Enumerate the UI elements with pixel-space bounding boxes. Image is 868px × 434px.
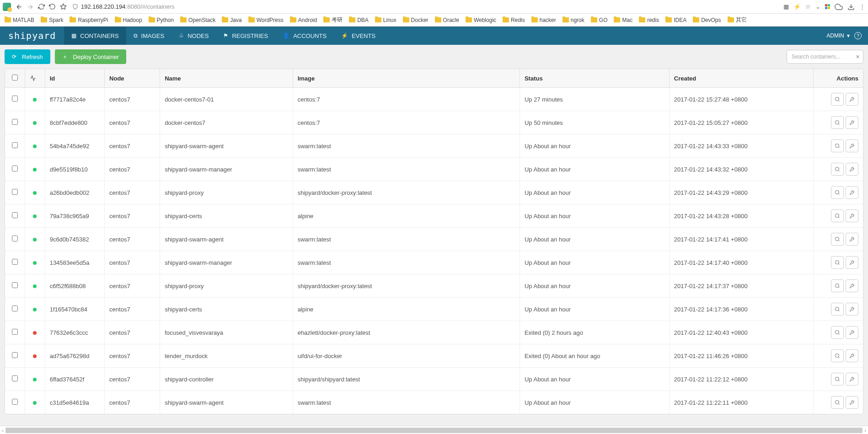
bookmark-item[interactable]: Spark	[41, 17, 63, 23]
bookmark-item[interactable]: Docker	[403, 17, 429, 23]
bookmark-item[interactable]: 其它	[728, 16, 747, 24]
nav-item-images[interactable]: ⧉IMAGES	[126, 27, 172, 45]
bookmark-item[interactable]: RaspberryPi	[70, 17, 108, 23]
inspect-button[interactable]	[831, 373, 844, 386]
actions-button[interactable]	[846, 373, 858, 386]
forward-icon[interactable]	[25, 1, 36, 12]
inspect-button[interactable]	[831, 209, 844, 222]
cell-name[interactable]: shipyard-certs	[160, 204, 293, 228]
bookmark-item[interactable]: Redis	[503, 17, 525, 23]
header-health-icon[interactable]	[25, 69, 45, 88]
bookmark-item[interactable]: IDEA	[665, 17, 686, 23]
cell-name[interactable]: shipyard-swarm-manager	[160, 158, 293, 181]
select-all-checkbox[interactable]	[12, 75, 18, 80]
clear-search-icon[interactable]: ✕	[856, 54, 860, 60]
header-image[interactable]: Image	[293, 69, 520, 88]
row-checkbox[interactable]	[12, 282, 18, 288]
inspect-button[interactable]	[831, 93, 844, 106]
row-checkbox[interactable]	[12, 119, 18, 125]
bookmark-item[interactable]: GO	[591, 17, 608, 23]
row-checkbox[interactable]	[12, 375, 18, 381]
actions-button[interactable]	[846, 233, 858, 246]
cell-name[interactable]: docker-centos7	[160, 111, 293, 134]
cell-name[interactable]: shipyard-swarm-manager	[160, 251, 293, 274]
cell-id[interactable]: a26bd0edb002	[45, 181, 104, 204]
bookmark-item[interactable]: hacker	[531, 17, 556, 23]
actions-button[interactable]	[846, 93, 858, 106]
cell-name[interactable]: focused_visvesvaraya	[160, 321, 293, 344]
actions-button[interactable]	[846, 349, 858, 362]
inspect-button[interactable]	[831, 116, 844, 129]
bookmark-item[interactable]: MATLAB	[5, 17, 34, 23]
cell-id[interactable]: c31d5e84619a	[45, 391, 104, 414]
cell-id[interactable]: 1f165470bc84	[45, 298, 104, 321]
bookmark-item[interactable]: Linux	[375, 17, 396, 23]
bookmark-item[interactable]: ngrok	[563, 17, 584, 23]
nav-item-accounts[interactable]: 👤ACCOUNTS	[275, 27, 334, 45]
flash-icon[interactable]: ⚡	[793, 3, 801, 10]
nav-item-nodes[interactable]: ♧NODES	[171, 27, 216, 45]
actions-button[interactable]	[846, 326, 858, 339]
row-checkbox[interactable]	[12, 352, 18, 358]
back-icon[interactable]	[14, 1, 25, 12]
bookmark-item[interactable]: Mac	[614, 17, 632, 23]
actions-button[interactable]	[846, 209, 858, 222]
cloud-icon[interactable]	[835, 3, 843, 11]
inspect-button[interactable]	[831, 163, 844, 176]
cell-id[interactable]: 8cbf7edde800	[45, 111, 104, 134]
cell-id[interactable]: 134583ee5d5a	[45, 251, 104, 274]
reload-icon[interactable]	[36, 1, 47, 12]
bookmark-item[interactable]: Android	[290, 17, 317, 23]
row-checkbox[interactable]	[12, 399, 18, 405]
row-checkbox[interactable]	[12, 166, 18, 171]
nav-item-containers[interactable]: ▦CONTAINERS	[64, 27, 126, 45]
row-checkbox[interactable]	[12, 236, 18, 241]
cell-name[interactable]: shipyard-swarm-agent	[160, 228, 293, 251]
row-checkbox[interactable]	[12, 259, 18, 265]
cell-id[interactable]: ff7717a82c4e	[45, 88, 104, 111]
bookmark-item[interactable]: redis	[639, 17, 659, 23]
star-icon[interactable]	[58, 1, 69, 12]
download-icon[interactable]	[847, 3, 855, 11]
qr-icon[interactable]: ▦	[783, 3, 789, 10]
menu-icon[interactable]: ⋮	[859, 3, 865, 10]
row-checkbox[interactable]	[12, 142, 18, 148]
nav-item-events[interactable]: ⚡EVENTS	[334, 27, 383, 45]
inspect-button[interactable]	[831, 233, 844, 246]
admin-menu[interactable]: ADMIN ▾	[826, 32, 850, 39]
actions-button[interactable]	[846, 256, 858, 269]
cell-id[interactable]: 9c6d0b745382	[45, 228, 104, 251]
address-bar[interactable]: 192.168.220.194:8080/#/containers	[72, 3, 780, 10]
cell-id[interactable]: 79a738c965a9	[45, 204, 104, 228]
bookmark-item[interactable]: WordPress	[248, 17, 284, 23]
cell-name[interactable]: shipyard-proxy	[160, 274, 293, 298]
cell-name[interactable]: shipyard-certs	[160, 298, 293, 321]
actions-button[interactable]	[846, 186, 858, 199]
inspect-button[interactable]	[831, 186, 844, 199]
bookmark-item[interactable]: Weblogic	[466, 17, 496, 23]
inspect-button[interactable]	[831, 279, 844, 292]
actions-button[interactable]	[846, 163, 858, 176]
bookmark-star-icon[interactable]: ☆	[805, 3, 811, 10]
stop-reload-icon[interactable]	[47, 1, 58, 12]
actions-button[interactable]	[846, 116, 858, 129]
row-checkbox[interactable]	[12, 305, 18, 311]
bookmark-item[interactable]: 考研	[323, 16, 343, 24]
cell-name[interactable]: shipyard-controller	[160, 368, 293, 391]
bookmark-item[interactable]: Hadoop	[115, 17, 142, 23]
bookmark-item[interactable]: OpenStack	[180, 17, 215, 23]
inspect-button[interactable]	[831, 396, 844, 409]
row-checkbox[interactable]	[12, 329, 18, 335]
help-icon[interactable]: ?	[854, 32, 862, 39]
apps-icon[interactable]	[825, 4, 830, 9]
cell-name[interactable]: docker-centos7-01	[160, 88, 293, 111]
refresh-button[interactable]: ⟳ Refresh	[5, 49, 50, 64]
search-input[interactable]	[787, 50, 863, 64]
cell-name[interactable]: shipyard-swarm-agent	[160, 391, 293, 414]
inspect-button[interactable]	[831, 349, 844, 362]
header-name[interactable]: Name	[160, 69, 293, 88]
header-node[interactable]: Node	[105, 69, 160, 88]
cell-id[interactable]: 77632e6c3ccc	[45, 321, 104, 344]
nav-item-registries[interactable]: ⚑REGISTRIES	[216, 27, 275, 45]
header-id[interactable]: Id	[45, 69, 104, 88]
